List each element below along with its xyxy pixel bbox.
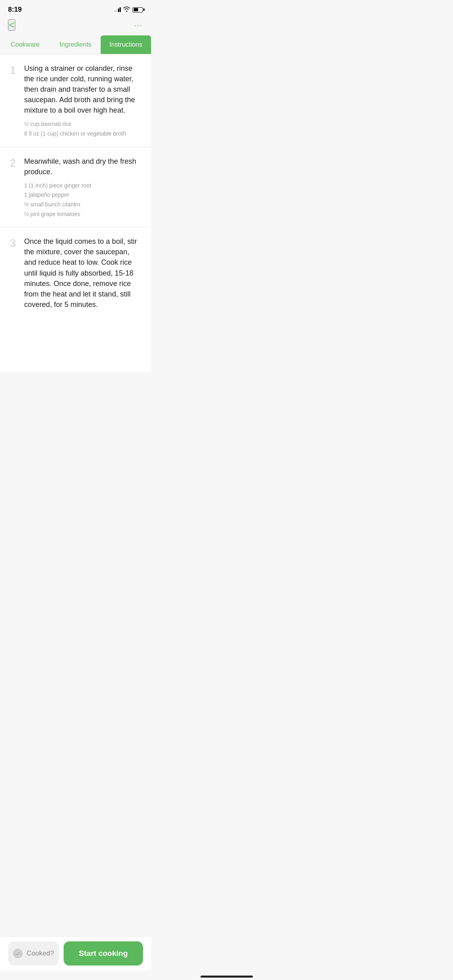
step-2-ingredient-3: ½ small bunch cilantro (24, 201, 143, 209)
signal-icon (114, 7, 121, 12)
tab-bar: Cookware Ingredients Instructions (0, 35, 151, 54)
step-2: 2 Meanwhile, wash and dry the fresh prod… (0, 147, 151, 228)
tab-instructions[interactable]: Instructions (101, 35, 151, 54)
step-1-number: 1 (8, 64, 18, 76)
step-1-instruction: Using a strainer or colander, rinse the … (24, 63, 143, 115)
step-2-instruction: Meanwhile, wash and dry the fresh produc… (24, 156, 143, 177)
step-1-ingredient-2: 8 fl oz (1 cup) chicken or vegetable bro… (24, 130, 143, 138)
step-3-instruction: Once the liquid comes to a boil, stir th… (24, 236, 143, 310)
status-time: 8:19 (8, 6, 22, 14)
step-2-ingredient-4: ½ pint grape tomatoes (24, 210, 143, 218)
step-1-ingredient-1: ½ cup basmati rice (24, 120, 143, 128)
back-button[interactable]: < (8, 19, 15, 31)
step-1: 1 Using a strainer or colander, rinse th… (0, 54, 151, 147)
step-3-number: 3 (8, 237, 18, 249)
nav-bar: < ··· (0, 17, 151, 35)
step-1-ingredients: ½ cup basmati rice 8 fl oz (1 cup) chick… (24, 120, 143, 138)
status-icons (114, 6, 143, 13)
step-1-content: Using a strainer or colander, rinse the … (24, 63, 143, 138)
instructions-content: 1 Using a strainer or colander, rinse th… (0, 54, 151, 372)
step-2-content: Meanwhile, wash and dry the fresh produc… (24, 156, 143, 218)
status-bar: 8:19 (0, 0, 151, 17)
step-2-ingredient-1: 1 (1 inch) piece ginger root (24, 182, 143, 190)
step-3-content: Once the liquid comes to a boil, stir th… (24, 236, 143, 315)
battery-icon (132, 7, 143, 12)
step-3: 3 Once the liquid comes to a boil, stir … (0, 227, 151, 323)
more-button[interactable]: ··· (134, 21, 143, 30)
tab-cookware[interactable]: Cookware (0, 35, 50, 54)
tab-ingredients[interactable]: Ingredients (50, 35, 101, 54)
wifi-icon (123, 6, 130, 13)
step-2-ingredients: 1 (1 inch) piece ginger root 1 jalapeño … (24, 182, 143, 218)
step-2-number: 2 (8, 157, 18, 169)
step-2-ingredient-2: 1 jalapeño pepper (24, 191, 143, 199)
